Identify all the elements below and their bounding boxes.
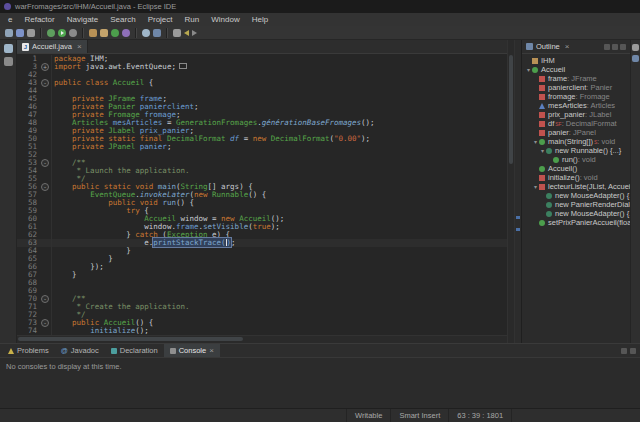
outline-item-df[interactable]: dfSF : DecimalFormat: [522, 119, 630, 128]
restore-package-explorer-icon[interactable]: [4, 44, 13, 53]
debug-icon[interactable]: [47, 29, 55, 37]
outline-item-frame[interactable]: frame : JFrame: [522, 74, 630, 83]
outline-item-main-string[interactable]: ▾main(String[])S : void: [522, 137, 630, 146]
outline-label: Accueil(): [548, 164, 577, 173]
tab-problems[interactable]: Problems: [2, 344, 55, 357]
outline-item-mesarticles[interactable]: mesArticles : Articles: [522, 101, 630, 110]
collapsed-region-indicator[interactable]: [179, 63, 187, 69]
occurrence-marker[interactable]: [516, 228, 520, 231]
menu-item-window[interactable]: Window: [205, 13, 245, 26]
minimize-view-icon[interactable]: [612, 44, 618, 50]
outline-item-new-mouseadapter[interactable]: new MouseAdapter() {...}: [522, 191, 630, 200]
fold-collapse-icon[interactable]: -: [41, 319, 49, 327]
minimized-view-icon[interactable]: [632, 44, 639, 51]
code-line-67[interactable]: 67 }: [17, 271, 507, 279]
expander-icon[interactable]: ▾: [532, 183, 539, 190]
fold-expand-icon[interactable]: +: [41, 63, 49, 71]
menu-item-project[interactable]: Project: [142, 13, 179, 26]
outline-item-new-mouseadapter[interactable]: new MouseAdapter() {...}: [522, 209, 630, 218]
outline-label: fromage: [548, 92, 576, 101]
code-line-43[interactable]: 43-public class Accueil {: [17, 79, 507, 87]
code-line-51[interactable]: 51 private JPanel panier;: [17, 143, 507, 151]
editor-vertical-scrollbar[interactable]: [507, 40, 514, 343]
minimized-view-2-icon[interactable]: [632, 55, 639, 62]
outline-item-new-runnable[interactable]: ▾new Runnable() {...}: [522, 146, 630, 155]
outline-label: new MouseAdapter() {...}: [555, 191, 630, 200]
toolbar: [0, 26, 640, 40]
vertical-scroll-thumb[interactable]: [509, 55, 513, 164]
editor-tab-label: Accueil.java: [32, 42, 72, 51]
search-icon[interactable]: [142, 29, 150, 37]
code-line-3[interactable]: 3+import java.awt.EventQueue;: [17, 63, 507, 71]
new-package-icon[interactable]: [100, 29, 108, 37]
horizontal-scroll-thumb[interactable]: [18, 337, 243, 341]
back-icon[interactable]: [184, 30, 189, 36]
open-element-icon[interactable]: [153, 29, 161, 37]
last-edit-location-icon[interactable]: [173, 29, 181, 37]
outline-item-lecteurliste-jlist-accueil[interactable]: ▾lecteurListe(JList, Accueil) : void: [522, 182, 630, 191]
fold-collapse-icon[interactable]: -: [41, 79, 49, 87]
forward-icon[interactable]: [192, 30, 197, 36]
outline-item-panierclient[interactable]: panierclient : Panier: [522, 83, 630, 92]
minimize-panel-icon[interactable]: [621, 348, 627, 354]
save-icon[interactable]: [16, 29, 24, 37]
outline-item-accueil[interactable]: ▾Accueil: [522, 65, 630, 74]
console-icon: [170, 348, 176, 354]
fold-collapse-icon[interactable]: -: [41, 183, 49, 191]
close-outline-icon[interactable]: ×: [565, 42, 570, 51]
toolbar-separator: [40, 28, 42, 38]
tab-declaration[interactable]: Declaration: [105, 344, 164, 357]
menu-item-run[interactable]: Run: [179, 13, 206, 26]
new-wizard-icon[interactable]: [5, 29, 13, 37]
menu-item-search[interactable]: Search: [104, 13, 141, 26]
code-line-52[interactable]: 52: [17, 151, 507, 159]
maximize-panel-icon[interactable]: [630, 348, 636, 354]
restore-view-icon[interactable]: [4, 57, 13, 66]
sort-icon[interactable]: [604, 44, 610, 50]
tab-console[interactable]: Console×: [164, 344, 220, 357]
code-line-68[interactable]: 68: [17, 279, 507, 287]
code-token: panier: [140, 142, 167, 151]
close-editor-tab-icon[interactable]: ×: [77, 42, 82, 51]
menu-item-help[interactable]: Help: [246, 13, 274, 26]
expander-icon[interactable]: ▾: [525, 66, 532, 73]
outline-item-panier[interactable]: panier : JPanel: [522, 128, 630, 137]
outline-item-run[interactable]: run() : void: [522, 155, 630, 164]
code-editor[interactable]: 1package IHM;3+import java.awt.EventQueu…: [17, 54, 507, 335]
new-java-project-icon[interactable]: [89, 29, 97, 37]
outline-label: lecteurListe(JList, Accueil): [548, 182, 630, 191]
outline-item-initialize[interactable]: initialize() : void: [522, 173, 630, 182]
maximize-view-icon[interactable]: [620, 44, 626, 50]
fold-collapse-icon[interactable]: -: [41, 295, 49, 303]
code-line-74[interactable]: 74 initialize();: [17, 327, 507, 335]
code-line-69[interactable]: 69: [17, 287, 507, 295]
close-console-tab-icon[interactable]: ×: [209, 346, 214, 355]
overview-ruler[interactable]: [514, 40, 521, 343]
outline-item-ihm[interactable]: IHM: [522, 56, 630, 65]
outline-item-fromage[interactable]: fromage : Fromage: [522, 92, 630, 101]
tab-accueil-java[interactable]: J Accueil.java ×: [17, 40, 88, 53]
code-line-71[interactable]: 71 * Create the application.: [17, 303, 507, 311]
menu-item-e[interactable]: e: [2, 13, 18, 26]
code-line-54[interactable]: 54 * Launch the application.: [17, 167, 507, 175]
outline-item-prix-panier[interactable]: prix_panier : JLabel: [522, 110, 630, 119]
expander-icon[interactable]: ▾: [532, 138, 539, 145]
external-tools-icon[interactable]: [69, 29, 77, 37]
code-token: ();: [361, 118, 375, 127]
menu-item-navigate[interactable]: Navigate: [61, 13, 105, 26]
outline-item-setprixpanieraccueil-float[interactable]: setPrixPanierAccueil(float) : void: [522, 218, 630, 227]
fold-column: [40, 279, 52, 287]
editor-horizontal-scrollbar[interactable]: [17, 335, 507, 343]
expander-icon[interactable]: ▾: [539, 147, 546, 154]
run-icon[interactable]: [58, 29, 66, 37]
tab-javadoc[interactable]: @Javadoc: [55, 344, 105, 357]
code-line-66[interactable]: 66 });: [17, 263, 507, 271]
occurrence-marker[interactable]: [516, 216, 520, 219]
menu-item-refactor[interactable]: Refactor: [18, 13, 60, 26]
new-class-icon[interactable]: [111, 29, 119, 37]
new-interface-icon[interactable]: [122, 29, 130, 37]
fold-collapse-icon[interactable]: -: [41, 159, 49, 167]
print-icon[interactable]: [27, 29, 35, 37]
outline-item-accueil[interactable]: Accueil(): [522, 164, 630, 173]
outline-item-new-panierrenderdialog[interactable]: new PanierRenderDialog() {...}: [522, 200, 630, 209]
